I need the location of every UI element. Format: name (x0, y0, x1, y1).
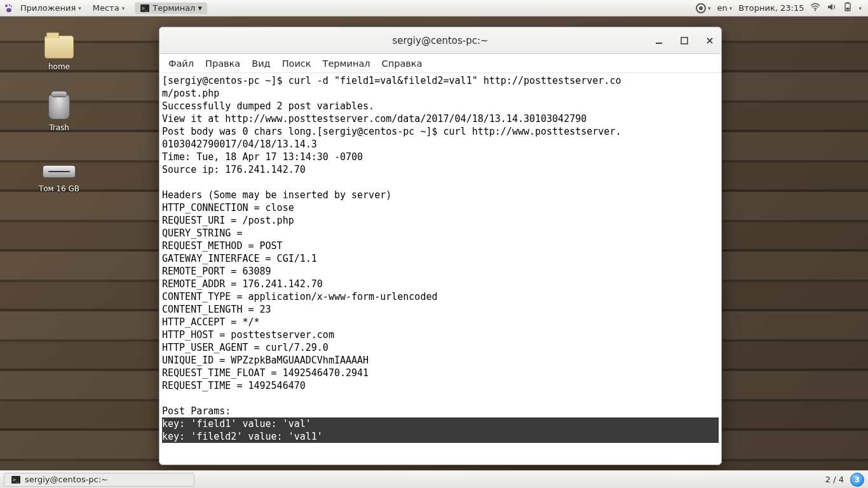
desktop-icon-label: Том 16 GB (31, 184, 88, 193)
places-menu[interactable]: Места ▾ (88, 2, 130, 14)
places-label: Места (93, 3, 119, 13)
clock-label[interactable]: Вторник, 23:15 (738, 3, 804, 13)
battery-icon[interactable] (843, 2, 852, 14)
desktop-icon-home[interactable]: home (31, 36, 88, 71)
chevron-down-icon: ▾ (122, 5, 125, 11)
gnome-foot-icon (4, 3, 14, 13)
menu-edit[interactable]: Правка (205, 58, 240, 69)
desktop-icon-volume[interactable]: Том 16 GB (31, 159, 88, 193)
chevron-down-icon: ▾ (78, 5, 81, 11)
bottom-panel: >_ sergiy@centos-pc:~ 2 / 4 3 (0, 470, 868, 488)
accessibility-icon[interactable]: ▾ (696, 3, 711, 13)
trash-icon (48, 94, 70, 119)
desktop-icon-label: Trash (31, 123, 88, 132)
svg-rect-9 (846, 8, 850, 10)
terminal-content[interactable]: [sergiy@centos-pc ~]$ curl -d "field1=va… (159, 73, 721, 464)
terminal-icon: >_ (140, 3, 150, 13)
svg-point-2 (11, 5, 12, 6)
top-panel: Приложения ▾ Места ▾ >_ Терминал ▾ ▾ en▾… (0, 0, 868, 17)
menubar: Файл Правка Вид Поиск Терминал Справка (159, 54, 721, 73)
terminal-icon: >_ (11, 475, 21, 485)
window-titlebar[interactable]: sergiy@centos-pc:~ (159, 27, 721, 54)
svg-text:>_: >_ (142, 6, 148, 11)
user-menu-caret[interactable]: ▾ (858, 5, 862, 11)
taskbar-entry-label: sergiy@centos-pc:~ (25, 475, 108, 484)
maximize-button[interactable] (678, 34, 691, 47)
menu-view[interactable]: Вид (252, 58, 270, 69)
terminal-window: sergiy@centos-pc:~ Файл Правка Вид Поиск… (159, 27, 722, 465)
close-button[interactable] (703, 34, 716, 47)
workspace-indicator[interactable]: 2 / 4 (825, 475, 844, 484)
menu-terminal[interactable]: Терминал (323, 58, 370, 69)
wifi-icon[interactable] (810, 3, 820, 13)
workspace-badge[interactable]: 3 (850, 473, 864, 487)
svg-point-3 (6, 8, 11, 11)
applications-menu[interactable]: Приложения ▾ (15, 2, 86, 14)
volume-icon[interactable] (827, 3, 837, 13)
menu-help[interactable]: Справка (382, 58, 423, 69)
menu-file[interactable]: Файл (168, 58, 194, 69)
applications-label: Приложения (20, 3, 76, 13)
desktop-icon-label: home (31, 62, 88, 71)
folder-icon (44, 36, 74, 58)
active-app-menu[interactable]: >_ Терминал ▾ (135, 3, 207, 14)
active-app-label: Терминал (153, 3, 195, 13)
desktop-icon-trash[interactable]: Trash (31, 94, 88, 132)
menu-search[interactable]: Поиск (282, 58, 311, 69)
chevron-down-icon: ▾ (198, 3, 202, 13)
svg-point-0 (5, 4, 8, 7)
window-title: sergiy@centos-pc:~ (392, 35, 488, 46)
svg-rect-8 (846, 3, 849, 4)
keyboard-layout-indicator[interactable]: en▾ (717, 3, 732, 13)
svg-point-6 (815, 10, 816, 11)
taskbar-entry[interactable]: >_ sergiy@centos-pc:~ (4, 473, 194, 487)
drive-icon (43, 165, 76, 178)
minimize-button[interactable] (653, 34, 665, 47)
svg-rect-10 (656, 43, 662, 44)
svg-rect-11 (681, 37, 688, 44)
svg-point-1 (9, 4, 11, 6)
svg-text:>_: >_ (13, 477, 19, 483)
